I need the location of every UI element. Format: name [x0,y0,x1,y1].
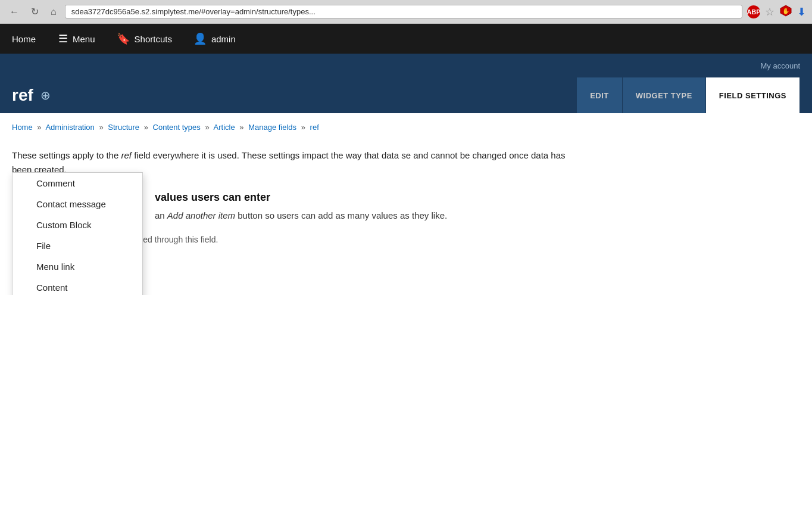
tab-field-settings[interactable]: FIELD SETTINGS [706,77,800,113]
download-icon[interactable]: ⬇ [797,5,806,18]
section-subtext: an Add another item button so users can … [155,209,800,223]
abp-icon[interactable]: ABP [747,5,760,18]
menu-label: Menu [73,34,95,44]
home-toolbar-label: Home [12,34,36,44]
browser-chrome: ← ↻ ⌂ sdea3727dc956a5e.s2.simplytest.me/… [0,0,812,24]
add-button[interactable]: ⊕ [40,88,51,102]
entity-type-dropdown: Comment Contact message Custom Block Fil… [12,172,143,295]
tab-bar: EDIT WIDGET TYPE FIELD SETTINGS [577,77,800,113]
bookmark-toolbar-icon: 🔖 [117,32,130,45]
admin-label: admin [211,34,236,44]
reload-button[interactable]: ↻ [27,5,42,18]
shortcuts-label: Shortcuts [135,34,172,44]
dropdown-item-menu-link[interactable]: Menu link [13,256,142,277]
toolbar-admin[interactable]: 👤 admin [183,24,246,54]
dropdown-container: Comment Contact message Custom Block Fil… [12,172,143,295]
breadcrumb-structure[interactable]: Structure [108,123,139,132]
bookmark-icon[interactable]: ☆ [765,5,774,18]
right-content: values users can enter an Add another it… [155,191,800,223]
toolbar-home[interactable]: Home [0,24,48,54]
stop-icon[interactable]: ✋ [779,4,792,19]
dropdown-item-content[interactable]: Content [13,277,142,295]
breadcrumb-ref[interactable]: ref [310,123,319,132]
back-button[interactable]: ← [6,5,23,18]
breadcrumb: Home » Administration » Structure » Cont… [0,113,812,136]
breadcrumb-article[interactable]: Article [214,123,235,132]
page-header: ref ⊕ EDIT WIDGET TYPE FIELD SETTINGS [0,77,812,113]
svg-text:✋: ✋ [782,7,790,15]
address-bar[interactable]: sdea3727dc956a5e.s2.simplytest.me/#overl… [65,5,742,18]
sub-bar: My account [0,54,812,77]
dropdown-item-file[interactable]: File [13,235,142,256]
drupal-toolbar: Home ☰ Menu 🔖 Shortcuts 👤 admin [0,24,812,54]
dropdown-item-comment[interactable]: Comment [13,173,142,194]
user-icon: 👤 [193,32,207,45]
page-title-area: ref ⊕ [12,86,51,105]
toolbar-shortcuts[interactable]: 🔖 Shortcuts [106,24,183,54]
section-heading: values users can enter [155,191,800,204]
main-content: These settings apply to the ref field ev… [0,136,812,295]
menu-icon: ☰ [58,32,68,45]
dropdown-item-contact-message[interactable]: Contact message [13,194,142,215]
breadcrumb-content-types[interactable]: Content types [153,123,201,132]
tab-widget-type[interactable]: WIDGET TYPE [623,77,706,113]
my-account-link[interactable]: My account [761,61,800,70]
dropdown-item-custom-block[interactable]: Custom Block [13,215,142,235]
tab-edit[interactable]: EDIT [577,77,623,113]
breadcrumb-manage-fields[interactable]: Manage fields [248,123,296,132]
toolbar-menu[interactable]: ☰ Menu [48,24,106,54]
breadcrumb-administration[interactable]: Administration [45,123,94,132]
home-button[interactable]: ⌂ [47,5,60,18]
page-title: ref [12,86,33,105]
breadcrumb-home[interactable]: Home [12,123,33,132]
